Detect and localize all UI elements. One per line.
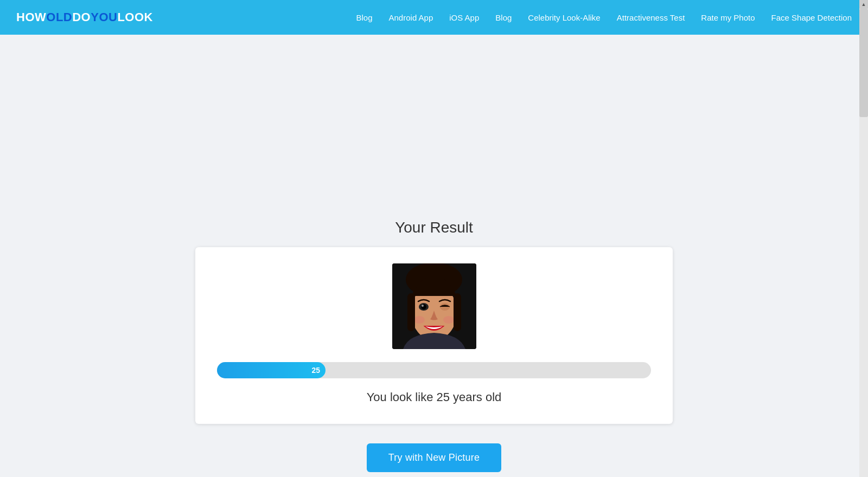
svg-rect-9 [407,293,415,331]
nav-blog1[interactable]: Blog [356,13,372,22]
svg-point-5 [422,305,424,307]
svg-point-7 [414,316,425,324]
result-card: 25 You look like 25 years old [195,247,673,424]
navbar: HOWOLDDOYOULOOK Blog Android App iOS App… [0,0,868,35]
nav-rate-photo[interactable]: Rate my Photo [701,13,755,22]
result-title: Your Result [395,219,473,236]
nav-android-app[interactable]: Android App [389,13,433,22]
logo-do: DO [72,10,91,24]
progress-bar-container: 25 [217,362,651,378]
scroll-up-arrow[interactable]: ▲ [859,0,868,9]
nav-celebrity[interactable]: Celebrity Look-Alike [528,13,600,22]
result-text: You look like 25 years old [367,390,502,404]
ad-space [11,67,857,219]
logo-look: LOOK [117,10,153,24]
scrollbar-track[interactable]: ▲ [859,0,868,477]
svg-point-8 [443,316,454,324]
nav-ios-app[interactable]: iOS App [449,13,479,22]
page-content: Your Result [0,35,868,477]
try-new-picture-button[interactable]: Try with New Picture [367,443,501,472]
nav-blog2[interactable]: Blog [495,13,512,22]
progress-label: 25 [311,366,320,375]
svg-point-4 [421,304,426,310]
logo-how: HOW [16,10,46,24]
nav-face-shape[interactable]: Face Shape Detection [771,13,852,22]
face-illustration [392,263,476,349]
nav-attractiveness[interactable]: Attractiveness Test [617,13,685,22]
logo-old: OLD [46,10,72,24]
site-logo[interactable]: HOWOLDDOYOULOOK [16,10,153,24]
scrollbar-thumb[interactable] [859,9,868,117]
logo-you: YOU [91,10,117,24]
svg-rect-10 [454,293,461,331]
face-image [392,263,476,349]
nav-links: Blog Android App iOS App Blog Celebrity … [356,13,852,22]
progress-fill: 25 [217,362,326,378]
